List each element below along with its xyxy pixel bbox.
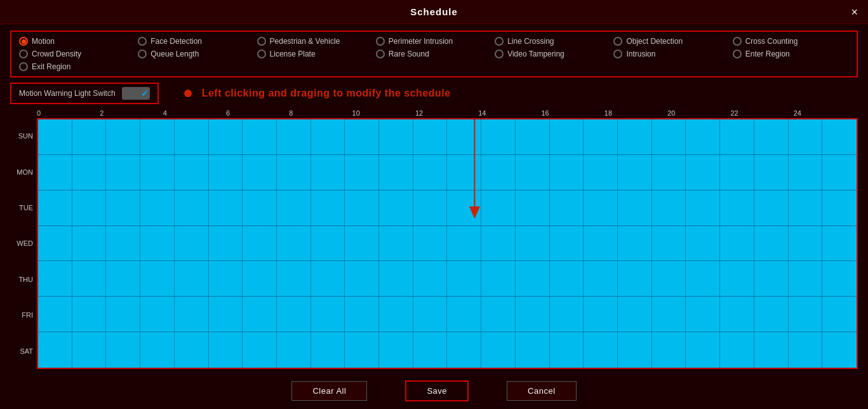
grid-row-sun[interactable]: [38, 119, 857, 155]
grid-cell[interactable]: [379, 191, 413, 225]
grid-cell[interactable]: [720, 191, 754, 225]
grid-cell[interactable]: [175, 191, 209, 225]
grid-cell[interactable]: [822, 191, 857, 225]
grid-cell[interactable]: [140, 226, 175, 261]
grid-cell[interactable]: [140, 155, 175, 190]
detection-item-license-plate[interactable]: License Plate: [257, 50, 373, 58]
schedule-grid[interactable]: [37, 118, 858, 369]
grid-cell[interactable]: [38, 226, 72, 261]
grid-cell[interactable]: [140, 119, 175, 154]
grid-cell[interactable]: [822, 119, 857, 154]
grid-cell[interactable]: [413, 261, 448, 296]
grid-cell[interactable]: [822, 297, 857, 332]
grid-cell[interactable]: [106, 155, 140, 190]
grid-cell[interactable]: [481, 191, 516, 225]
grid-cell[interactable]: [447, 261, 481, 296]
grid-cell[interactable]: [345, 332, 379, 368]
detection-item-video-tampering[interactable]: Video Tampering: [495, 50, 611, 58]
grid-cell[interactable]: [413, 155, 448, 190]
grid-cell[interactable]: [584, 226, 618, 261]
grid-cell[interactable]: [550, 119, 584, 154]
grid-cell[interactable]: [822, 155, 857, 190]
grid-cell[interactable]: [618, 261, 652, 296]
grid-cell[interactable]: [822, 261, 857, 296]
grid-cell[interactable]: [277, 119, 311, 154]
grid-cell[interactable]: [277, 226, 311, 261]
grid-cell[interactable]: [72, 119, 107, 154]
grid-cell[interactable]: [243, 297, 277, 332]
grid-cell[interactable]: [140, 297, 175, 332]
grid-cell[interactable]: [175, 297, 209, 332]
clear-all-button[interactable]: Clear All: [291, 381, 367, 401]
detection-item-rare-sound[interactable]: Rare Sound: [376, 50, 492, 58]
grid-cell[interactable]: [413, 119, 448, 154]
grid-cell[interactable]: [754, 226, 789, 261]
grid-cell[interactable]: [720, 261, 754, 296]
detection-item-queue-length[interactable]: Queue Length: [138, 50, 254, 58]
grid-cell[interactable]: [686, 191, 720, 225]
grid-cell[interactable]: [72, 226, 107, 261]
grid-cell[interactable]: [379, 332, 413, 368]
grid-cell[interactable]: [481, 226, 516, 261]
grid-cell[interactable]: [516, 226, 550, 261]
detection-item-motion[interactable]: Motion: [19, 37, 135, 46]
grid-cell[interactable]: [311, 155, 345, 190]
grid-cell[interactable]: [175, 226, 209, 261]
grid-row-mon[interactable]: [38, 155, 857, 191]
grid-cell[interactable]: [140, 261, 175, 296]
grid-cell[interactable]: [413, 191, 448, 225]
grid-cell[interactable]: [584, 155, 618, 190]
grid-cell[interactable]: [175, 155, 209, 190]
grid-cell[interactable]: [516, 332, 550, 368]
grid-cell[interactable]: [789, 226, 823, 261]
grid-cell[interactable]: [209, 297, 243, 332]
grid-cell[interactable]: [720, 226, 754, 261]
grid-cell[interactable]: [209, 119, 243, 154]
grid-cell[interactable]: [789, 261, 823, 296]
grid-cell[interactable]: [481, 261, 516, 296]
grid-cell[interactable]: [618, 297, 652, 332]
grid-cell[interactable]: [481, 119, 516, 154]
grid-cell[interactable]: [516, 261, 550, 296]
grid-cell[interactable]: [686, 261, 720, 296]
grid-cell[interactable]: [72, 297, 107, 332]
grid-cell[interactable]: [379, 155, 413, 190]
grid-cell[interactable]: [720, 332, 754, 368]
grid-cell[interactable]: [209, 261, 243, 296]
grid-cell[interactable]: [106, 191, 140, 225]
grid-row-fri[interactable]: [38, 297, 857, 332]
grid-cell[interactable]: [140, 332, 175, 368]
grid-cell[interactable]: [243, 332, 277, 368]
detection-item-crowd-density[interactable]: Crowd Density: [19, 50, 135, 58]
grid-cell[interactable]: [789, 297, 823, 332]
grid-cell[interactable]: [277, 261, 311, 296]
grid-cell[interactable]: [106, 261, 140, 296]
grid-cell[interactable]: [413, 297, 448, 332]
grid-cell[interactable]: [686, 226, 720, 261]
grid-row-sat[interactable]: [38, 332, 857, 368]
grid-cell[interactable]: [311, 297, 345, 332]
grid-cell[interactable]: [481, 332, 516, 368]
grid-cell[interactable]: [38, 297, 72, 332]
grid-cell[interactable]: [584, 297, 618, 332]
grid-cell[interactable]: [175, 119, 209, 154]
grid-cell[interactable]: [447, 155, 481, 190]
grid-cell[interactable]: [345, 119, 379, 154]
grid-cell[interactable]: [618, 119, 652, 154]
grid-cell[interactable]: [175, 332, 209, 368]
grid-row-tue[interactable]: [38, 191, 857, 226]
grid-cell[interactable]: [243, 155, 277, 190]
grid-cell[interactable]: [345, 155, 379, 190]
grid-cell[interactable]: [311, 226, 345, 261]
grid-cell[interactable]: [789, 332, 823, 368]
grid-cell[interactable]: [209, 226, 243, 261]
grid-cell[interactable]: [754, 332, 789, 368]
detection-item-object-detection[interactable]: Object Detection: [613, 37, 730, 46]
detection-item-face-detection[interactable]: Face Detection: [138, 37, 254, 46]
grid-cell[interactable]: [652, 119, 686, 154]
grid-cell[interactable]: [754, 297, 789, 332]
grid-cell[interactable]: [754, 155, 789, 190]
grid-cell[interactable]: [209, 332, 243, 368]
grid-cell[interactable]: [550, 297, 584, 332]
grid-cell[interactable]: [38, 261, 72, 296]
